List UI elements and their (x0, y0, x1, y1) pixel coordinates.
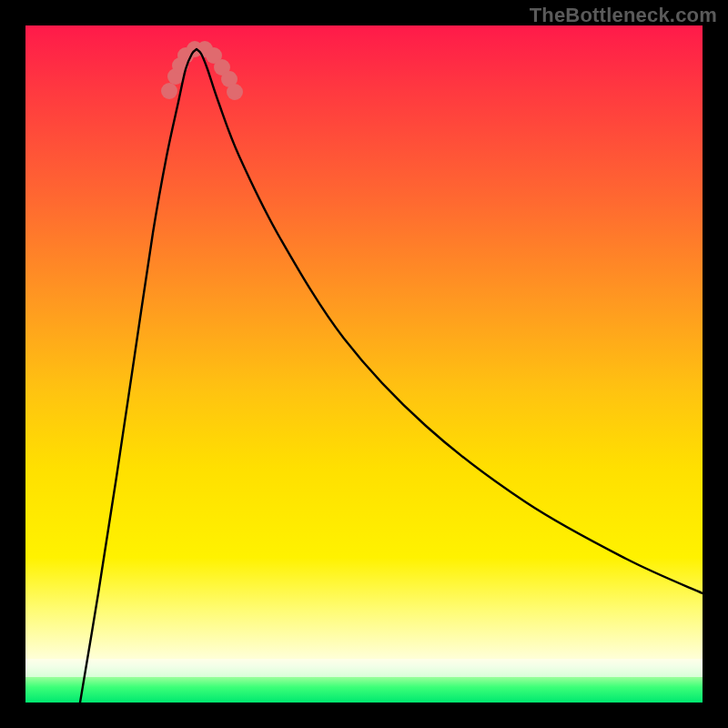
curve-lines (80, 49, 703, 703)
watermark-text: TheBottleneck.com (530, 4, 717, 27)
curve-right-branch (197, 49, 703, 593)
canvas: TheBottleneck.com (0, 0, 728, 728)
marker-dot (227, 84, 243, 100)
curve-left-branch (80, 49, 197, 703)
plot-frame (25, 25, 703, 703)
marker-dot (161, 83, 177, 99)
marker-dots (161, 41, 243, 100)
chart-svg (25, 25, 703, 703)
